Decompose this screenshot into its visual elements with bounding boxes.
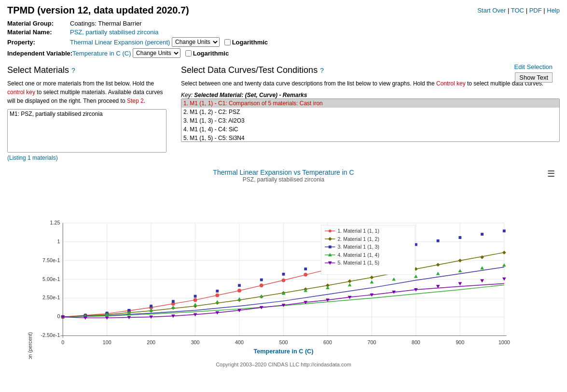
- svg-marker-138: [502, 278, 506, 281]
- svg-text:1.25: 1.25: [50, 220, 60, 225]
- material-name-label: Material Name:: [7, 28, 70, 36]
- svg-rect-93: [437, 239, 440, 242]
- curve-option-2[interactable]: 2. M1 (1, 2) - C2: PSZ: [181, 108, 559, 116]
- edit-selection-link[interactable]: Edit Selection: [514, 63, 553, 70]
- svg-text:1. Material 1 (1, 1): 1. Material 1 (1, 1): [337, 228, 379, 234]
- material-option-1[interactable]: M1: PSZ, partially stabilised zirconia: [8, 110, 166, 118]
- svg-text:400: 400: [235, 339, 244, 345]
- svg-marker-103: [194, 303, 197, 306]
- svg-text:600: 600: [323, 339, 332, 345]
- svg-rect-87: [304, 267, 307, 270]
- property-units-select[interactable]: Change Units: [172, 37, 220, 47]
- svg-text:1000: 1000: [498, 339, 510, 345]
- svg-text:2. Material 1 (1, 2): 2. Material 1 (1, 2): [337, 236, 379, 242]
- nav-pdf[interactable]: PDF: [529, 7, 542, 14]
- svg-marker-110: [348, 283, 352, 286]
- nav-toc[interactable]: TOC: [511, 7, 524, 14]
- curve-option-4[interactable]: 4. M1 (1, 4) - C4: SiC: [181, 125, 559, 134]
- property-log-label[interactable]: Logarithmic: [224, 39, 268, 46]
- svg-rect-86: [282, 273, 285, 276]
- svg-text:900: 900: [456, 339, 464, 345]
- svg-marker-104: [215, 300, 219, 303]
- svg-text:200: 200: [147, 339, 155, 345]
- chart-subtitle: PSZ, partially stabilised zirconia: [7, 176, 560, 183]
- svg-text:7.50e-1: 7.50e-1: [42, 257, 60, 263]
- select-materials-instructions: Select one or more materials from the li…: [7, 79, 166, 105]
- indep-var-label: Independent Variable:: [7, 50, 72, 57]
- svg-marker-73: [458, 259, 462, 263]
- app-title: TPMD (version 12, data updated 2020.7): [7, 5, 189, 16]
- svg-rect-84: [238, 284, 241, 287]
- svg-rect-81: [172, 300, 175, 303]
- curve-option-1[interactable]: 1. M1 (1, 1) - C1: Comparison of 5 mater…: [181, 99, 559, 108]
- show-text-button[interactable]: Show Text: [515, 72, 553, 83]
- svg-point-50: [282, 279, 286, 282]
- svg-rect-147: [329, 246, 332, 249]
- svg-marker-111: [370, 280, 374, 284]
- svg-marker-137: [480, 280, 484, 283]
- svg-text:Thermal Linear Expansion (perc: Thermal Linear Expansion (percent): [27, 332, 33, 359]
- svg-rect-96: [503, 229, 506, 232]
- svg-marker-69: [370, 276, 374, 280]
- indep-units-select[interactable]: Change Units: [133, 48, 180, 58]
- svg-marker-72: [436, 263, 440, 267]
- svg-marker-109: [326, 286, 330, 289]
- svg-rect-83: [216, 290, 219, 293]
- svg-point-47: [215, 294, 219, 297]
- listing-text: (Listing 1 materials): [7, 154, 166, 161]
- svg-point-48: [237, 289, 241, 293]
- svg-rect-94: [458, 236, 461, 239]
- svg-rect-80: [150, 305, 152, 308]
- indep-log-label[interactable]: Logarithmic: [185, 50, 229, 57]
- curve-option-5[interactable]: 5. M1 (1, 5) - C5: Si3N4: [181, 134, 559, 142]
- property-label: Property:: [7, 39, 70, 46]
- svg-rect-95: [481, 233, 484, 236]
- svg-marker-101: [149, 308, 153, 312]
- footer-copyright: Copyright 2003–2020 CINDAS LLC http://ci…: [7, 362, 560, 367]
- indep-log-checkbox[interactable]: [185, 50, 192, 56]
- select-curves-help-icon[interactable]: ?: [320, 67, 324, 74]
- property-log-checkbox[interactable]: [224, 39, 231, 45]
- svg-marker-75: [502, 251, 506, 254]
- svg-text:700: 700: [367, 339, 376, 345]
- svg-marker-136: [458, 282, 462, 285]
- svg-text:0: 0: [57, 313, 60, 319]
- material-name-value: PSZ, partially stabilised zirconia: [70, 28, 159, 36]
- chart-svg: -2.50e-1 0 2.50e-1 5.00e-1 7.50e-1 1 1.2…: [7, 185, 560, 359]
- material-group-value: Coatings: Thermal Barrier: [70, 20, 142, 27]
- curves-listbox[interactable]: 1. M1 (1, 1) - C1: Comparison of 5 mater…: [181, 98, 560, 142]
- svg-text:2.50e-1: 2.50e-1: [42, 294, 60, 300]
- svg-rect-85: [260, 279, 263, 281]
- svg-point-46: [194, 298, 197, 302]
- svg-text:300: 300: [191, 339, 200, 345]
- svg-marker-115: [458, 269, 462, 272]
- svg-text:5. Material 1 (1, 5): 5. Material 1 (1, 5): [337, 260, 379, 266]
- svg-marker-74: [480, 255, 484, 259]
- svg-text:-2.50e-1: -2.50e-1: [41, 332, 60, 338]
- select-curves-instructions: Select between one and twenty data curve…: [181, 79, 560, 88]
- nav-start-over[interactable]: Start Over: [477, 7, 506, 14]
- indep-var-value: Temperature in C (C): [72, 50, 131, 57]
- curve-option-3[interactable]: 3. M1 (1, 3) - C3: Al2O3: [181, 116, 559, 125]
- materials-listbox[interactable]: M1: PSZ, partially stabilised zirconia: [7, 109, 166, 153]
- svg-point-51: [304, 273, 307, 277]
- svg-text:4. Material 1 (1, 4): 4. Material 1 (1, 4): [337, 252, 379, 258]
- chart-container: Thermal Linear Expansion vs Temperature …: [7, 168, 560, 359]
- svg-text:1: 1: [57, 238, 60, 244]
- nav-help[interactable]: Help: [547, 7, 560, 14]
- svg-text:500: 500: [279, 339, 288, 345]
- svg-marker-102: [171, 306, 175, 309]
- select-materials-help-icon[interactable]: ?: [71, 67, 75, 74]
- svg-text:5.00e-1: 5.00e-1: [42, 276, 60, 282]
- select-materials-title: Select Materials: [7, 65, 69, 75]
- svg-text:3. Material 1 (1, 3): 3. Material 1 (1, 3): [337, 244, 379, 250]
- top-nav: Start Over | TOC | PDF | Help: [477, 7, 560, 14]
- key-text: Key: Selected Material: (Set, Curve) - R…: [181, 92, 560, 98]
- svg-marker-68: [348, 280, 352, 283]
- svg-marker-113: [414, 275, 418, 278]
- svg-text:100: 100: [103, 339, 111, 345]
- svg-marker-112: [392, 278, 396, 281]
- svg-marker-114: [436, 272, 440, 275]
- chart-menu-icon[interactable]: ☰: [547, 168, 555, 179]
- svg-marker-117: [502, 264, 506, 267]
